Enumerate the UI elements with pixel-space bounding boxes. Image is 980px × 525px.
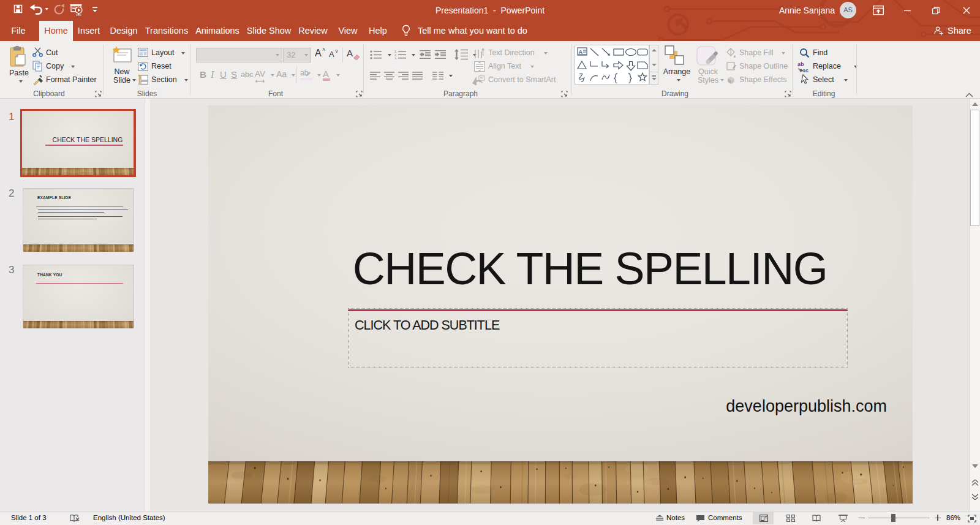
svg-text:3: 3 [394,57,396,60]
svg-text:ac: ac [802,67,809,73]
svg-text:A: A [579,49,583,55]
svg-text:ab: ab [797,61,804,67]
